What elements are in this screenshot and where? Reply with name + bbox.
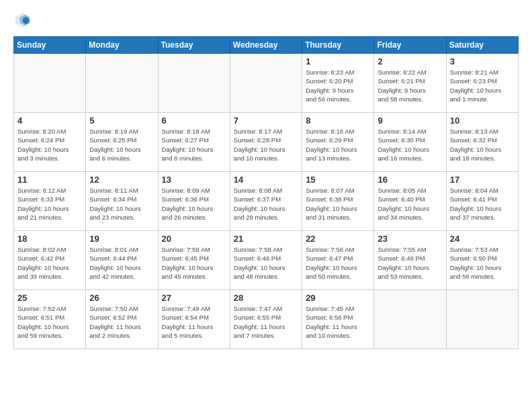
day-number: 21 bbox=[234, 234, 298, 244]
day-info: Sunrise: 8:09 AM Sunset: 6:36 PM Dayligh… bbox=[162, 186, 226, 222]
week-row-2: 4Sunrise: 8:20 AM Sunset: 6:24 PM Daylig… bbox=[14, 113, 519, 172]
day-info: Sunrise: 7:56 AM Sunset: 6:47 PM Dayligh… bbox=[306, 245, 370, 281]
day-number: 3 bbox=[450, 56, 515, 66]
day-number: 28 bbox=[234, 293, 298, 303]
calendar-cell: 10Sunrise: 8:13 AM Sunset: 6:32 PM Dayli… bbox=[446, 113, 518, 172]
calendar-cell: 5Sunrise: 8:19 AM Sunset: 6:25 PM Daylig… bbox=[86, 113, 158, 172]
calendar: SundayMondayTuesdayWednesdayThursdayFrid… bbox=[13, 36, 519, 349]
day-number: 18 bbox=[17, 234, 82, 244]
calendar-cell: 22Sunrise: 7:56 AM Sunset: 6:47 PM Dayli… bbox=[302, 231, 374, 290]
day-number: 1 bbox=[306, 56, 370, 66]
calendar-cell: 15Sunrise: 8:07 AM Sunset: 6:38 PM Dayli… bbox=[302, 172, 374, 231]
day-number: 11 bbox=[17, 175, 82, 185]
calendar-cell: 2Sunrise: 8:22 AM Sunset: 6:21 PM Daylig… bbox=[374, 54, 446, 113]
day-number: 24 bbox=[450, 234, 515, 244]
weekday-header-monday: Monday bbox=[86, 37, 158, 54]
calendar-cell: 13Sunrise: 8:09 AM Sunset: 6:36 PM Dayli… bbox=[158, 172, 230, 231]
calendar-cell: 26Sunrise: 7:50 AM Sunset: 6:52 PM Dayli… bbox=[86, 290, 158, 349]
day-number: 6 bbox=[162, 116, 226, 126]
day-info: Sunrise: 8:07 AM Sunset: 6:38 PM Dayligh… bbox=[306, 186, 370, 222]
day-number: 25 bbox=[17, 293, 82, 303]
day-info: Sunrise: 7:53 AM Sunset: 6:50 PM Dayligh… bbox=[450, 245, 515, 281]
day-info: Sunrise: 7:52 AM Sunset: 6:51 PM Dayligh… bbox=[17, 304, 82, 340]
weekday-header-thursday: Thursday bbox=[302, 37, 374, 54]
day-number: 29 bbox=[306, 293, 370, 303]
day-info: Sunrise: 8:18 AM Sunset: 6:27 PM Dayligh… bbox=[162, 127, 226, 163]
day-info: Sunrise: 8:04 AM Sunset: 6:41 PM Dayligh… bbox=[450, 186, 515, 222]
day-info: Sunrise: 8:21 AM Sunset: 6:23 PM Dayligh… bbox=[450, 68, 515, 103]
day-number: 13 bbox=[162, 175, 226, 185]
day-info: Sunrise: 7:58 AM Sunset: 6:46 PM Dayligh… bbox=[234, 245, 298, 281]
day-number: 22 bbox=[306, 234, 370, 244]
day-number: 17 bbox=[450, 175, 515, 185]
weekday-header-tuesday: Tuesday bbox=[158, 37, 230, 54]
week-row-1: 1Sunrise: 8:23 AM Sunset: 6:20 PM Daylig… bbox=[14, 54, 519, 113]
calendar-cell: 9Sunrise: 8:14 AM Sunset: 6:30 PM Daylig… bbox=[374, 113, 446, 172]
calendar-cell bbox=[14, 54, 86, 113]
weekday-header-friday: Friday bbox=[374, 37, 446, 54]
day-number: 10 bbox=[450, 116, 515, 126]
day-number: 8 bbox=[306, 116, 370, 126]
page-header bbox=[13, 11, 519, 30]
calendar-cell: 21Sunrise: 7:58 AM Sunset: 6:46 PM Dayli… bbox=[230, 231, 302, 290]
calendar-cell: 8Sunrise: 8:16 AM Sunset: 6:29 PM Daylig… bbox=[302, 113, 374, 172]
day-number: 9 bbox=[378, 116, 442, 126]
week-row-3: 11Sunrise: 8:12 AM Sunset: 6:33 PM Dayli… bbox=[14, 172, 519, 231]
weekday-header-sunday: Sunday bbox=[14, 37, 86, 54]
calendar-cell bbox=[86, 54, 158, 113]
day-number: 7 bbox=[234, 116, 298, 126]
day-info: Sunrise: 8:22 AM Sunset: 6:21 PM Dayligh… bbox=[378, 68, 442, 103]
day-info: Sunrise: 7:49 AM Sunset: 6:54 PM Dayligh… bbox=[162, 304, 226, 340]
calendar-cell: 18Sunrise: 8:02 AM Sunset: 6:42 PM Dayli… bbox=[14, 231, 86, 290]
day-number: 23 bbox=[378, 234, 442, 244]
calendar-cell: 1Sunrise: 8:23 AM Sunset: 6:20 PM Daylig… bbox=[302, 54, 374, 113]
day-number: 16 bbox=[378, 175, 442, 185]
day-info: Sunrise: 8:01 AM Sunset: 6:44 PM Dayligh… bbox=[89, 245, 154, 281]
day-info: Sunrise: 7:50 AM Sunset: 6:52 PM Dayligh… bbox=[89, 304, 154, 340]
calendar-cell: 29Sunrise: 7:45 AM Sunset: 6:56 PM Dayli… bbox=[302, 290, 374, 349]
day-info: Sunrise: 8:23 AM Sunset: 6:20 PM Dayligh… bbox=[306, 68, 370, 103]
day-number: 20 bbox=[162, 234, 226, 244]
calendar-cell: 14Sunrise: 8:08 AM Sunset: 6:37 PM Dayli… bbox=[230, 172, 302, 231]
calendar-cell: 7Sunrise: 8:17 AM Sunset: 6:28 PM Daylig… bbox=[230, 113, 302, 172]
day-info: Sunrise: 8:19 AM Sunset: 6:25 PM Dayligh… bbox=[89, 127, 154, 163]
day-number: 4 bbox=[17, 116, 82, 126]
day-info: Sunrise: 8:05 AM Sunset: 6:40 PM Dayligh… bbox=[378, 186, 442, 222]
calendar-cell: 12Sunrise: 8:11 AM Sunset: 6:34 PM Dayli… bbox=[86, 172, 158, 231]
calendar-cell: 11Sunrise: 8:12 AM Sunset: 6:33 PM Dayli… bbox=[14, 172, 86, 231]
day-number: 15 bbox=[306, 175, 370, 185]
logo bbox=[13, 11, 35, 30]
day-number: 14 bbox=[234, 175, 298, 185]
day-info: Sunrise: 8:11 AM Sunset: 6:34 PM Dayligh… bbox=[89, 186, 154, 222]
calendar-cell bbox=[230, 54, 302, 113]
calendar-cell: 3Sunrise: 8:21 AM Sunset: 6:23 PM Daylig… bbox=[446, 54, 518, 113]
calendar-cell: 4Sunrise: 8:20 AM Sunset: 6:24 PM Daylig… bbox=[14, 113, 86, 172]
day-number: 19 bbox=[89, 234, 154, 244]
calendar-cell bbox=[158, 54, 230, 113]
weekday-header-saturday: Saturday bbox=[446, 37, 518, 54]
day-info: Sunrise: 8:14 AM Sunset: 6:30 PM Dayligh… bbox=[378, 127, 442, 163]
calendar-cell: 25Sunrise: 7:52 AM Sunset: 6:51 PM Dayli… bbox=[14, 290, 86, 349]
day-number: 27 bbox=[162, 293, 226, 303]
day-info: Sunrise: 8:17 AM Sunset: 6:28 PM Dayligh… bbox=[234, 127, 298, 163]
calendar-cell: 20Sunrise: 7:59 AM Sunset: 6:45 PM Dayli… bbox=[158, 231, 230, 290]
logo-icon bbox=[13, 11, 32, 30]
day-number: 26 bbox=[89, 293, 154, 303]
weekday-header-row: SundayMondayTuesdayWednesdayThursdayFrid… bbox=[14, 37, 519, 54]
week-row-4: 18Sunrise: 8:02 AM Sunset: 6:42 PM Dayli… bbox=[14, 231, 519, 290]
day-info: Sunrise: 8:08 AM Sunset: 6:37 PM Dayligh… bbox=[234, 186, 298, 222]
calendar-cell: 23Sunrise: 7:55 AM Sunset: 6:49 PM Dayli… bbox=[374, 231, 446, 290]
day-info: Sunrise: 8:20 AM Sunset: 6:24 PM Dayligh… bbox=[17, 127, 82, 163]
day-info: Sunrise: 7:59 AM Sunset: 6:45 PM Dayligh… bbox=[162, 245, 226, 281]
day-info: Sunrise: 7:45 AM Sunset: 6:56 PM Dayligh… bbox=[306, 304, 370, 340]
calendar-cell: 24Sunrise: 7:53 AM Sunset: 6:50 PM Dayli… bbox=[446, 231, 518, 290]
calendar-cell: 6Sunrise: 8:18 AM Sunset: 6:27 PM Daylig… bbox=[158, 113, 230, 172]
calendar-cell: 28Sunrise: 7:47 AM Sunset: 6:55 PM Dayli… bbox=[230, 290, 302, 349]
day-info: Sunrise: 8:02 AM Sunset: 6:42 PM Dayligh… bbox=[17, 245, 82, 281]
day-info: Sunrise: 8:12 AM Sunset: 6:33 PM Dayligh… bbox=[17, 186, 82, 222]
day-number: 5 bbox=[89, 116, 154, 126]
calendar-cell: 19Sunrise: 8:01 AM Sunset: 6:44 PM Dayli… bbox=[86, 231, 158, 290]
day-number: 2 bbox=[378, 56, 442, 66]
day-info: Sunrise: 7:55 AM Sunset: 6:49 PM Dayligh… bbox=[378, 245, 442, 281]
calendar-cell: 27Sunrise: 7:49 AM Sunset: 6:54 PM Dayli… bbox=[158, 290, 230, 349]
